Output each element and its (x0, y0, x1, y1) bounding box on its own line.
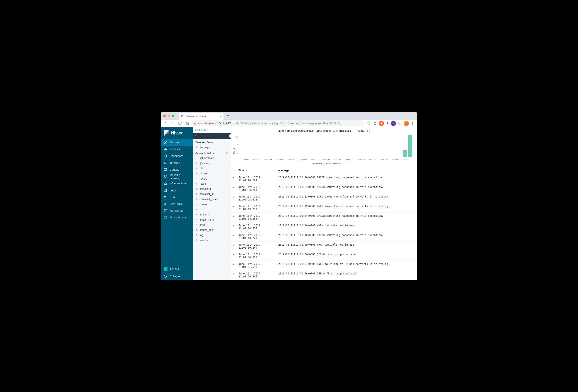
field-type-icon: t (195, 193, 198, 195)
sidenav-item-management[interactable]: Management (161, 214, 193, 221)
sidenav-item-apm[interactable]: APM (161, 194, 193, 201)
sidenav-item-discover[interactable]: Discover (161, 139, 193, 146)
sidenav-item-visualize[interactable]: Visualize (161, 146, 193, 153)
expand-row-icon[interactable]: ▶ (233, 234, 235, 236)
field-_id[interactable]: t_id (193, 166, 231, 171)
expand-row-icon[interactable]: ▶ (233, 263, 235, 265)
histogram-bar[interactable] (403, 150, 407, 157)
field-container_name[interactable]: tcontainer_name (193, 197, 231, 202)
field-_type[interactable]: t_type (193, 181, 231, 186)
table-row[interactable]: ▶June 11th 2019, 21:01:14.2562019-06-11T… (231, 213, 417, 222)
message-column-header[interactable]: message (278, 169, 415, 172)
home-button[interactable] (184, 120, 190, 126)
field-@timestamp[interactable]: ⊙@timestamp (193, 156, 231, 161)
interval-select[interactable]: Auto ▴▾ (356, 129, 370, 133)
sidenav-item-logs[interactable]: Logs (161, 187, 193, 194)
browser-tab[interactable]: Discover - Kibana × (179, 113, 224, 120)
expand-row-icon[interactable]: ▶ (233, 244, 235, 246)
menu-icon[interactable]: ⋮ (410, 120, 416, 126)
expand-row-icon[interactable]: ▶ (233, 176, 235, 179)
field-_index[interactable]: t_index (193, 171, 231, 176)
plus-icon: + (208, 129, 210, 132)
histogram-chart[interactable]: Count 1086420 20:47:0020:48:0020:49:0020… (231, 135, 417, 167)
add-filter-button[interactable]: Add a filter + (193, 127, 231, 133)
x-axis-label: @timestamp per 30 seconds (239, 163, 413, 165)
sidenav-item-dashboard[interactable]: Dashboard (161, 153, 193, 159)
table-row[interactable]: ▶June 11th 2019, 21:01:01.5982019-06-11T… (231, 261, 417, 270)
tab-title: Discover - Kibana (186, 115, 206, 118)
expand-row-icon[interactable]: ▶ (233, 215, 235, 217)
row-timestamp: June 11th 2019, 21:01:14.256 (239, 214, 278, 220)
table-row[interactable]: ▶June 11th 2019, 21:01:10.2432019-06-11T… (231, 232, 417, 242)
extension-icon[interactable]: ◉ (379, 121, 384, 126)
reload-button[interactable] (177, 120, 183, 126)
field-created[interactable]: ⊙created (193, 202, 231, 207)
field-level[interactable]: #level (193, 222, 231, 227)
sidenav-item-canvas[interactable]: Canvas (161, 166, 193, 173)
time-column-header[interactable]: Time ▼ (239, 169, 278, 172)
row-message: 2019-06-11T19:01:23+0000 INFO takes the … (278, 195, 415, 201)
bookmark-star-icon[interactable] (372, 120, 378, 126)
collapse-panel-icon[interactable]: ‹ (229, 134, 231, 138)
field-tag[interactable]: ttag (193, 233, 231, 238)
table-row[interactable]: ▶June 11th 2019, 21:01:09.2402019-06-11T… (231, 242, 417, 251)
new-tab-button[interactable]: + (225, 114, 231, 118)
profile-avatar[interactable] (404, 121, 409, 126)
expand-row-icon[interactable]: ▶ (233, 205, 235, 208)
time-range-label: June 11th 2019, 20:46:29.369 - June 11th… (279, 130, 354, 132)
sidenav-item-infrastructure[interactable]: Infrastructure (161, 180, 193, 187)
address-bar[interactable]: Non sécurisé | 104.248.174.144:5601/app/… (192, 120, 364, 126)
sidenav-item-timelion[interactable]: Timelion (161, 159, 193, 166)
collapse-nav-button[interactable]: Collapse (161, 272, 193, 280)
maximize-window-button[interactable] (172, 115, 174, 117)
table-row[interactable]: ▶June 11th 2019, 21:01:10.6152019-06-11T… (231, 222, 417, 232)
svg-point-8 (164, 175, 165, 176)
extension-icon[interactable]: ⓘ (397, 120, 403, 126)
sidenav-item-monitoring[interactable]: Monitoring (161, 207, 193, 214)
kibana-logo[interactable]: kibana (161, 127, 193, 139)
close-window-button[interactable] (163, 115, 166, 117)
expand-row-icon[interactable]: ▶ (233, 254, 235, 256)
field-version[interactable]: tversion (193, 238, 231, 243)
field-image_name[interactable]: timage_name (193, 217, 231, 222)
sidenav-item-machine-learning[interactable]: Machine Learning (161, 173, 193, 180)
extension-icon[interactable]: W (391, 121, 396, 126)
extension-icon[interactable]: ⬇ (385, 121, 390, 126)
titlebar: Discover - Kibana × + (161, 112, 417, 120)
table-row[interactable]: ▶June 11th 2019, 21:01:06.6082019-06-11T… (231, 251, 417, 261)
field-_score[interactable]: #_score (193, 176, 231, 181)
table-row[interactable]: ▶June 11th 2019, 21:01:19.2592019-06-11T… (231, 203, 417, 213)
table-row[interactable]: ▶June 11th 2019, 21:01:23.6282019-06-11T… (231, 193, 417, 203)
sidenav-item-dev-tools[interactable]: Dev Tools (161, 201, 193, 207)
forward-button[interactable] (170, 120, 176, 126)
field-message[interactable]: tmessage (193, 145, 231, 150)
space-selector[interactable]: D Default (161, 265, 193, 272)
close-tab-icon[interactable]: × (220, 115, 221, 118)
field-@version[interactable]: t@version (193, 161, 231, 166)
table-row[interactable]: ▶June 11th 2019, 21:01:24.2632019-06-11T… (231, 184, 417, 193)
field-type-icon: t (195, 198, 198, 200)
fields-settings-icon[interactable] (226, 152, 229, 155)
canvas-icon (164, 168, 167, 172)
back-button[interactable] (162, 120, 168, 126)
field-type-icon: # (195, 223, 198, 226)
histogram-bar[interactable] (408, 135, 412, 157)
field-host[interactable]: thost (193, 207, 231, 212)
bar-chart-icon (164, 147, 167, 151)
row-timestamp: June 11th 2019, 21:01:23.628 (239, 195, 278, 201)
minimize-window-button[interactable] (167, 115, 170, 117)
expand-row-icon[interactable]: ▶ (233, 186, 235, 188)
field-container_id[interactable]: tcontainer_id (193, 191, 231, 197)
field-command[interactable]: tcommand (193, 186, 231, 191)
expand-row-icon[interactable]: ▶ (233, 273, 235, 275)
expand-row-icon[interactable]: ▶ (233, 225, 235, 227)
index-pattern-tab[interactable]: * ‹ (193, 133, 231, 139)
field-source_host[interactable]: tsource_host (193, 227, 231, 233)
table-row[interactable]: ▶June 11th 2019, 21:00:55.5882019-06-11T… (231, 280, 417, 280)
table-row[interactable]: ▶June 11th 2019, 21:01:26.2692019-06-11T… (231, 174, 417, 184)
table-row[interactable]: ▶June 11th 2019, 21:00:56.5942019-06-11T… (231, 270, 417, 280)
search-icon[interactable] (365, 120, 371, 126)
space-label: Default (170, 267, 179, 270)
field-image_id[interactable]: timage_id (193, 212, 231, 217)
expand-row-icon[interactable]: ▶ (233, 196, 235, 198)
